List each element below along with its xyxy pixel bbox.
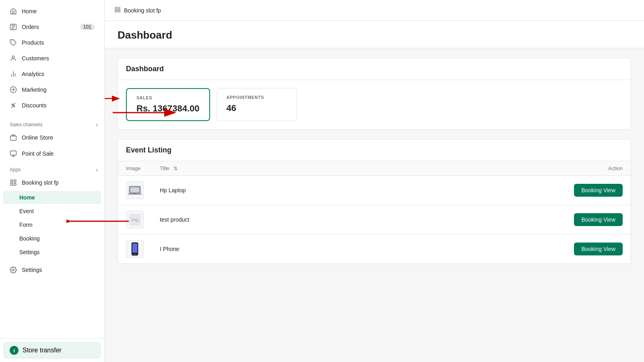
dashboard-section-title: Dashboard [118, 58, 631, 80]
action-cell: Booking View [350, 234, 631, 264]
booking-view-button-2[interactable]: Booking View [574, 213, 623, 226]
svg-rect-8 [10, 180, 12, 182]
sub-item-home[interactable]: Home [3, 191, 101, 204]
sales-channels-chevron-icon[interactable]: › [96, 121, 98, 128]
product-title-cell: Hp Laptop [152, 176, 350, 205]
product-image [126, 240, 144, 258]
online-store-icon [10, 134, 17, 141]
topbar-icon [114, 6, 121, 14]
product-title-cell: test product [152, 205, 350, 234]
sidebar-item-settings[interactable]: Settings [3, 262, 101, 278]
sub-item-event[interactable]: Event [3, 205, 101, 218]
sidebar-item-marketing[interactable]: Marketing [3, 82, 101, 97]
product-image: img [126, 211, 144, 228]
svg-rect-6 [10, 136, 17, 140]
discounts-icon [10, 102, 17, 109]
page-title: Dashboard [118, 29, 631, 41]
page-header: Dashboard [105, 21, 644, 48]
sidebar: Home Orders 101 Products Customers Ana [0, 0, 105, 362]
home-icon [10, 8, 17, 15]
appointments-label: APPOINTMENTS [227, 95, 287, 100]
booking-slot-icon [10, 179, 17, 186]
svg-rect-16 [118, 10, 120, 12]
topbar: Booking slot fp [105, 0, 644, 21]
table-row: img test product Booking View [118, 205, 631, 234]
marketing-icon [10, 86, 17, 93]
sales-value: Rs. 1367384.00 [136, 103, 200, 114]
svg-rect-21 [133, 193, 136, 194]
svg-rect-10 [10, 183, 12, 185]
action-cell: Booking View [350, 176, 631, 205]
svg-point-4 [12, 104, 13, 105]
product-image-cell [118, 234, 152, 264]
event-listing-title: Event Listing [118, 140, 631, 161]
sidebar-item-booking-slot[interactable]: Booking slot fp [3, 175, 101, 190]
event-table: Image Title ⇅ Action [118, 161, 631, 263]
sidebar-bottom: i Store transfer [0, 338, 104, 362]
booking-view-button-3[interactable]: Booking View [574, 243, 623, 255]
iphone-img [128, 242, 142, 256]
svg-rect-19 [130, 187, 139, 192]
sales-channels-section: Sales channels › [0, 117, 104, 130]
store-transfer-icon: i [10, 346, 19, 355]
sidebar-item-discounts[interactable]: Discounts [3, 98, 101, 113]
apps-chevron-icon[interactable]: › [96, 167, 98, 173]
sales-card: SALES Rs. 1367384.00 [126, 88, 210, 121]
col-image: Image [118, 161, 152, 176]
product-image [126, 181, 144, 199]
event-listing-section: Event Listing Image Title ⇅ Action [118, 139, 631, 264]
svg-rect-27 [134, 243, 136, 244]
col-title: Title ⇅ [152, 161, 350, 176]
laptop-img [128, 183, 142, 197]
apps-section: Apps › [0, 162, 104, 175]
sidebar-item-customers[interactable]: Customers [3, 51, 101, 66]
sales-label: SALES [136, 95, 200, 100]
product-title-cell: I Phone [152, 234, 350, 264]
booking-view-button-1[interactable]: Booking View [574, 184, 623, 197]
orders-badge: 101 [80, 24, 95, 30]
product-image-cell: img [118, 205, 152, 234]
dashboard-stats-section: Dashboard SALES Rs. 1367384.00 APPOINTME… [118, 58, 631, 130]
customers-icon [10, 55, 17, 62]
sub-item-settings-app[interactable]: Settings [3, 246, 101, 259]
svg-text:img: img [132, 218, 138, 222]
sidebar-item-home[interactable]: Home [3, 4, 101, 19]
sort-icon: ⇅ [173, 166, 178, 171]
table-row: I Phone Booking View [118, 234, 631, 264]
settings-icon [10, 266, 17, 274]
products-icon [10, 39, 17, 46]
action-cell: Booking View [350, 205, 631, 234]
main-content: Booking slot fp Dashboard Dashboard SALE… [105, 0, 644, 362]
pos-icon [10, 150, 17, 157]
sub-item-form[interactable]: Form [3, 218, 101, 231]
sidebar-item-point-of-sale[interactable]: Point of Sale [3, 146, 101, 161]
store-transfer-button[interactable]: i Store transfer [3, 342, 101, 359]
svg-point-26 [134, 254, 136, 255]
test-img: img [128, 212, 142, 227]
col-action: Action [350, 161, 631, 176]
svg-rect-14 [118, 7, 120, 9]
appointments-value: 46 [227, 103, 287, 113]
analytics-icon [10, 70, 17, 78]
stats-cards-row: SALES Rs. 1367384.00 APPOINTMENTS 46 [118, 80, 631, 129]
appointments-card: APPOINTMENTS 46 [217, 88, 297, 121]
svg-rect-9 [14, 180, 16, 182]
svg-rect-7 [10, 151, 17, 155]
svg-rect-13 [115, 7, 117, 9]
sub-item-booking[interactable]: Booking [3, 232, 101, 245]
svg-point-1 [11, 41, 12, 41]
svg-rect-15 [115, 10, 117, 12]
table-row: Hp Laptop Booking View [118, 176, 631, 205]
svg-point-12 [12, 269, 14, 271]
sidebar-item-analytics[interactable]: Analytics [3, 66, 101, 82]
svg-rect-25 [132, 244, 137, 253]
svg-point-2 [12, 56, 14, 58]
sidebar-item-orders[interactable]: Orders 101 [3, 19, 101, 35]
svg-rect-11 [14, 183, 16, 185]
svg-point-5 [14, 106, 15, 107]
content-area: Dashboard SALES Rs. 1367384.00 APPOINTME… [105, 48, 644, 362]
orders-icon [10, 23, 17, 31]
sidebar-item-online-store[interactable]: Online Store [3, 130, 101, 145]
sidebar-item-products[interactable]: Products [3, 35, 101, 50]
arrow1 [105, 90, 122, 107]
